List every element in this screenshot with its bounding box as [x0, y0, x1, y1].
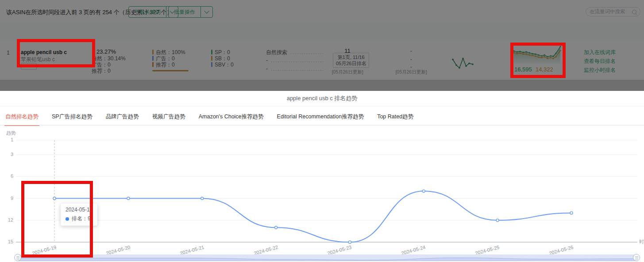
series-dot-icon: [66, 217, 69, 221]
modal-dim-overlay: [0, 0, 644, 91]
y-tick-label: 12: [0, 217, 13, 223]
screen: 该ASIN在所选时间段进入前 3 页的有 254 个（历史累计 327 个） 下…: [0, 0, 644, 262]
trend-line-chart: 136912152024-05-192024-05-202024-05-2120…: [0, 91, 644, 262]
y-tick-label: 6: [0, 173, 13, 179]
y-tick-label: 9: [0, 196, 13, 201]
tooltip-value: 排名：9: [72, 215, 91, 223]
y-tick-label: 3: [0, 152, 13, 157]
tooltip-date: 2024-05-19: [66, 207, 93, 213]
datazoom-left-handle-icon[interactable]: [14, 254, 21, 261]
y-tick-label: 1: [0, 137, 13, 142]
chart-tooltip: 2024-05-19 排名：9: [61, 203, 97, 226]
y-tick-label: 15: [0, 239, 13, 244]
datazoom-slider[interactable]: [15, 254, 639, 261]
datazoom-right-handle-icon[interactable]: [633, 254, 640, 261]
rank-trend-modal: apple pencil usb c 排名趋势 自然排名趋势 SP广告排名趋势 …: [0, 91, 644, 262]
datazoom-preview-wave: [15, 254, 639, 261]
